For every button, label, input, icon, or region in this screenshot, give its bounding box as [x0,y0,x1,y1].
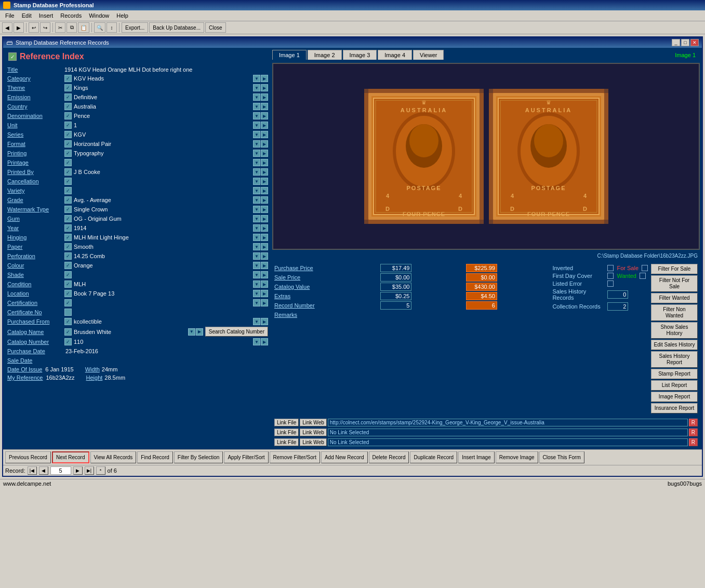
field-dropdown-7[interactable]: ▼ [253,140,260,148]
field-label-1[interactable]: Theme [7,85,64,91]
right-btn-9[interactable]: Image Report [651,392,698,402]
rec-new[interactable]: * [96,466,105,475]
field-dropdown-6[interactable]: ▼ [253,131,260,138]
toolbar-cut[interactable]: ✂ [55,22,65,33]
field-nav-18[interactable]: ▶ [261,243,268,250]
field-checkbox-18[interactable]: ✓ [64,243,72,250]
field-label-4[interactable]: Denomination [7,113,64,119]
link-web-btn-2[interactable]: Link Web [300,438,327,446]
field-dropdown-18[interactable]: ▼ [253,243,260,250]
link-r-btn-0[interactable]: R [689,419,698,426]
right-btn-6[interactable]: Sales History Report [651,351,698,368]
field-label-13[interactable]: Grade [7,197,64,203]
rec-next[interactable]: ▶ [73,466,83,475]
field-dropdown-22[interactable]: ▼ [253,280,260,288]
menu-file[interactable]: File [2,11,18,20]
field-label-23[interactable]: Location [7,290,64,297]
right-btn-3[interactable]: Filter Non Wanted [651,304,698,321]
right-btn-0[interactable]: Filter For Sale [651,264,698,274]
field-nav-14[interactable]: ▶ [261,206,268,213]
field-nav-3[interactable]: ▶ [261,103,268,110]
field-checkbox-8[interactable]: ✓ [64,150,72,157]
field-checkbox-26[interactable]: ✓ [64,318,72,325]
field-nav-12[interactable]: ▶ [261,187,268,194]
field-nav-26[interactable]: ▶ [261,318,268,325]
catalog-number-label[interactable]: Catalog Number [7,339,64,345]
field-nav-9[interactable]: ▶ [261,159,268,166]
field-checkbox-7[interactable]: ✓ [64,140,72,148]
win-close[interactable]: ✕ [690,39,699,46]
field-nav-10[interactable]: ▶ [261,168,268,176]
field-dropdown-12[interactable]: ▼ [253,187,260,194]
catalog-number-checkbox[interactable]: ✓ [64,338,72,345]
field-label-0[interactable]: Category [7,75,64,82]
image-tab-4[interactable]: Viewer [413,50,444,60]
field-dropdown-1[interactable]: ▼ [253,84,260,91]
link-web-btn-0[interactable]: Link Web [300,419,327,426]
field-nav-17[interactable]: ▶ [261,234,268,241]
link-file-btn-1[interactable]: Link File [274,429,299,436]
width-label[interactable]: Width [85,366,100,372]
field-nav-1[interactable]: ▶ [261,84,268,91]
field-nav-15[interactable]: ▶ [261,215,268,222]
bottom-btn-12[interactable]: Close This Form [539,451,584,463]
field-nav-6[interactable]: ▶ [261,131,268,138]
field-dropdown-16[interactable]: ▼ [253,224,260,232]
field-checkbox-11[interactable]: ✓ [64,178,72,185]
bottom-btn-10[interactable]: Insert Image [458,451,495,463]
field-label-14[interactable]: Watermark Type [7,206,64,212]
field-checkbox-23[interactable]: ✓ [64,290,72,297]
toolbar-fwd[interactable]: ▶ [14,22,24,33]
field-dropdown-23[interactable]: ▼ [253,290,260,297]
field-checkbox-19[interactable]: ✓ [64,252,72,260]
bottom-btn-1[interactable]: Next Record [52,451,89,463]
for-sale-label[interactable]: For Sale [617,265,639,271]
bottom-btn-0[interactable]: Previous Record [5,451,51,463]
field-label-16[interactable]: Year [7,225,64,231]
first-day-cover-checkbox[interactable] [607,273,614,279]
rec-first[interactable]: |◀ [28,466,37,475]
toolbar-find[interactable]: 🔍 [94,22,105,33]
field-checkbox-22[interactable]: ✓ [64,280,72,288]
field-nav-2[interactable]: ▶ [261,93,268,101]
field-dropdown-19[interactable]: ▼ [253,252,260,260]
search-catalog-button[interactable]: Search Catalog Number [205,327,268,337]
field-nav-20[interactable]: ▶ [261,262,268,269]
bottom-btn-8[interactable]: Delete Record [369,451,409,463]
field-label-24[interactable]: Certification [7,300,64,306]
field-label-9[interactable]: Printage [7,159,64,166]
bottom-btn-4[interactable]: Filter By Selection [174,451,223,463]
image-tab-2[interactable]: Image 3 [343,50,377,60]
field-label-7[interactable]: Format [7,141,64,147]
field-dropdown-3[interactable]: ▼ [253,103,260,110]
catalog-name-dropdown[interactable]: ▼ [188,328,195,336]
toolbar-undo[interactable]: ↩ [29,22,39,33]
field-checkbox-17[interactable]: ✓ [64,234,72,241]
wanted-checkbox[interactable] [640,273,646,279]
catalog-name-nav[interactable]: ▶ [196,328,203,336]
field-dropdown-2[interactable]: ▼ [253,93,260,101]
catalog-number-nav[interactable]: ▶ [261,338,268,345]
field-dropdown-15[interactable]: ▼ [253,215,260,222]
right-btn-1[interactable]: Filter Not For Sale [651,275,698,292]
bottom-btn-5[interactable]: Apply Filter/Sort [224,451,268,463]
record-current-input[interactable] [50,466,71,475]
catalog-name-checkbox[interactable]: ✓ [64,328,72,336]
field-nav-19[interactable]: ▶ [261,252,268,260]
field-label-20[interactable]: Colour [7,262,64,269]
field-nav-23[interactable]: ▶ [261,290,268,297]
field-nav-5[interactable]: ▶ [261,122,268,129]
extras-label[interactable]: Extras [274,293,326,299]
field-label-5[interactable]: Unit [7,122,64,128]
catalog-number-dropdown[interactable]: ▼ [253,338,260,345]
menu-edit[interactable]: Edit [19,11,35,20]
field-dropdown-11[interactable]: ▼ [253,178,260,185]
field-checkbox-2[interactable]: ✓ [64,93,72,101]
height-label[interactable]: Height [86,375,103,381]
field-nav-11[interactable]: ▶ [261,178,268,185]
field-nav-4[interactable]: ▶ [261,112,268,119]
link-file-btn-0[interactable]: Link File [274,419,299,426]
field-dropdown-0[interactable]: ▼ [253,75,260,82]
field-label-10[interactable]: Printed By [7,169,64,175]
field-label-22[interactable]: Condition [7,281,64,287]
